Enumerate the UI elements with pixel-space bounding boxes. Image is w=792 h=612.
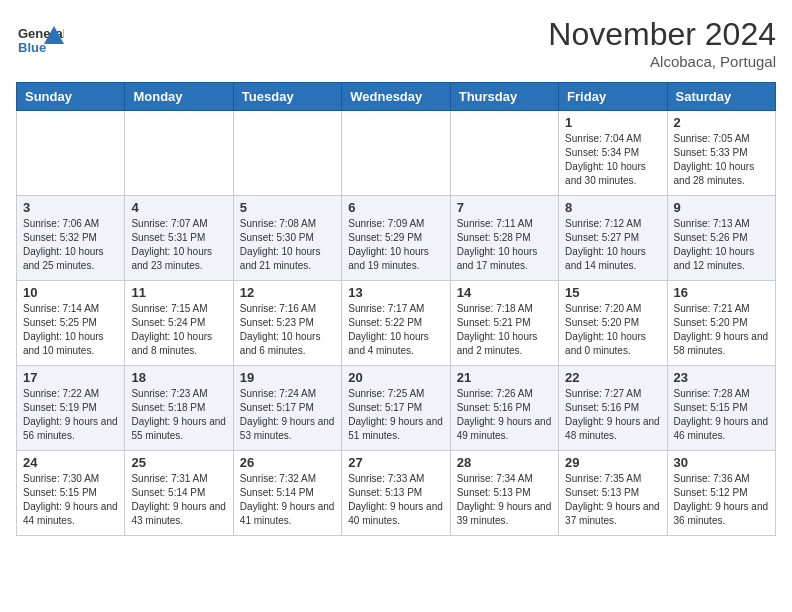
day-info: Sunrise: 7:12 AM Sunset: 5:27 PM Dayligh… <box>565 217 660 273</box>
calendar-table: SundayMondayTuesdayWednesdayThursdayFrid… <box>16 82 776 536</box>
day-info: Sunrise: 7:23 AM Sunset: 5:18 PM Dayligh… <box>131 387 226 443</box>
day-info: Sunrise: 7:08 AM Sunset: 5:30 PM Dayligh… <box>240 217 335 273</box>
calendar-cell: 13Sunrise: 7:17 AM Sunset: 5:22 PM Dayli… <box>342 281 450 366</box>
week-row-5: 24Sunrise: 7:30 AM Sunset: 5:15 PM Dayli… <box>17 451 776 536</box>
calendar-cell <box>233 111 341 196</box>
column-header-wednesday: Wednesday <box>342 83 450 111</box>
calendar-cell: 29Sunrise: 7:35 AM Sunset: 5:13 PM Dayli… <box>559 451 667 536</box>
day-number: 2 <box>674 115 769 130</box>
day-info: Sunrise: 7:16 AM Sunset: 5:23 PM Dayligh… <box>240 302 335 358</box>
day-info: Sunrise: 7:15 AM Sunset: 5:24 PM Dayligh… <box>131 302 226 358</box>
day-number: 9 <box>674 200 769 215</box>
day-info: Sunrise: 7:33 AM Sunset: 5:13 PM Dayligh… <box>348 472 443 528</box>
calendar-cell: 16Sunrise: 7:21 AM Sunset: 5:20 PM Dayli… <box>667 281 775 366</box>
day-number: 22 <box>565 370 660 385</box>
day-info: Sunrise: 7:22 AM Sunset: 5:19 PM Dayligh… <box>23 387 118 443</box>
day-number: 25 <box>131 455 226 470</box>
calendar-cell: 7Sunrise: 7:11 AM Sunset: 5:28 PM Daylig… <box>450 196 558 281</box>
day-number: 17 <box>23 370 118 385</box>
column-header-thursday: Thursday <box>450 83 558 111</box>
calendar-cell: 23Sunrise: 7:28 AM Sunset: 5:15 PM Dayli… <box>667 366 775 451</box>
calendar-cell: 5Sunrise: 7:08 AM Sunset: 5:30 PM Daylig… <box>233 196 341 281</box>
day-info: Sunrise: 7:30 AM Sunset: 5:15 PM Dayligh… <box>23 472 118 528</box>
day-number: 21 <box>457 370 552 385</box>
day-info: Sunrise: 7:18 AM Sunset: 5:21 PM Dayligh… <box>457 302 552 358</box>
day-info: Sunrise: 7:34 AM Sunset: 5:13 PM Dayligh… <box>457 472 552 528</box>
column-header-sunday: Sunday <box>17 83 125 111</box>
calendar-cell <box>17 111 125 196</box>
calendar-cell <box>450 111 558 196</box>
logo-icon: General Blue <box>16 16 64 68</box>
day-info: Sunrise: 7:28 AM Sunset: 5:15 PM Dayligh… <box>674 387 769 443</box>
calendar-cell: 14Sunrise: 7:18 AM Sunset: 5:21 PM Dayli… <box>450 281 558 366</box>
calendar-cell: 15Sunrise: 7:20 AM Sunset: 5:20 PM Dayli… <box>559 281 667 366</box>
week-row-3: 10Sunrise: 7:14 AM Sunset: 5:25 PM Dayli… <box>17 281 776 366</box>
calendar-cell: 11Sunrise: 7:15 AM Sunset: 5:24 PM Dayli… <box>125 281 233 366</box>
column-header-monday: Monday <box>125 83 233 111</box>
calendar-cell: 21Sunrise: 7:26 AM Sunset: 5:16 PM Dayli… <box>450 366 558 451</box>
calendar-cell: 19Sunrise: 7:24 AM Sunset: 5:17 PM Dayli… <box>233 366 341 451</box>
month-title: November 2024 <box>548 16 776 53</box>
day-number: 3 <box>23 200 118 215</box>
day-info: Sunrise: 7:20 AM Sunset: 5:20 PM Dayligh… <box>565 302 660 358</box>
day-number: 10 <box>23 285 118 300</box>
day-number: 27 <box>348 455 443 470</box>
calendar-cell: 10Sunrise: 7:14 AM Sunset: 5:25 PM Dayli… <box>17 281 125 366</box>
day-info: Sunrise: 7:36 AM Sunset: 5:12 PM Dayligh… <box>674 472 769 528</box>
day-info: Sunrise: 7:25 AM Sunset: 5:17 PM Dayligh… <box>348 387 443 443</box>
day-number: 15 <box>565 285 660 300</box>
day-info: Sunrise: 7:14 AM Sunset: 5:25 PM Dayligh… <box>23 302 118 358</box>
day-number: 1 <box>565 115 660 130</box>
day-number: 29 <box>565 455 660 470</box>
day-info: Sunrise: 7:26 AM Sunset: 5:16 PM Dayligh… <box>457 387 552 443</box>
calendar-cell: 22Sunrise: 7:27 AM Sunset: 5:16 PM Dayli… <box>559 366 667 451</box>
column-header-tuesday: Tuesday <box>233 83 341 111</box>
calendar-cell: 1Sunrise: 7:04 AM Sunset: 5:34 PM Daylig… <box>559 111 667 196</box>
day-number: 6 <box>348 200 443 215</box>
calendar-cell: 8Sunrise: 7:12 AM Sunset: 5:27 PM Daylig… <box>559 196 667 281</box>
calendar-cell: 12Sunrise: 7:16 AM Sunset: 5:23 PM Dayli… <box>233 281 341 366</box>
calendar-cell: 30Sunrise: 7:36 AM Sunset: 5:12 PM Dayli… <box>667 451 775 536</box>
day-number: 12 <box>240 285 335 300</box>
day-number: 23 <box>674 370 769 385</box>
week-row-1: 1Sunrise: 7:04 AM Sunset: 5:34 PM Daylig… <box>17 111 776 196</box>
calendar-header-row: SundayMondayTuesdayWednesdayThursdayFrid… <box>17 83 776 111</box>
week-row-2: 3Sunrise: 7:06 AM Sunset: 5:32 PM Daylig… <box>17 196 776 281</box>
calendar-cell: 20Sunrise: 7:25 AM Sunset: 5:17 PM Dayli… <box>342 366 450 451</box>
day-info: Sunrise: 7:07 AM Sunset: 5:31 PM Dayligh… <box>131 217 226 273</box>
day-info: Sunrise: 7:04 AM Sunset: 5:34 PM Dayligh… <box>565 132 660 188</box>
calendar-cell: 4Sunrise: 7:07 AM Sunset: 5:31 PM Daylig… <box>125 196 233 281</box>
day-info: Sunrise: 7:24 AM Sunset: 5:17 PM Dayligh… <box>240 387 335 443</box>
svg-text:Blue: Blue <box>18 40 46 55</box>
day-info: Sunrise: 7:27 AM Sunset: 5:16 PM Dayligh… <box>565 387 660 443</box>
day-number: 24 <box>23 455 118 470</box>
day-number: 13 <box>348 285 443 300</box>
day-number: 5 <box>240 200 335 215</box>
calendar-cell: 3Sunrise: 7:06 AM Sunset: 5:32 PM Daylig… <box>17 196 125 281</box>
calendar-cell: 2Sunrise: 7:05 AM Sunset: 5:33 PM Daylig… <box>667 111 775 196</box>
page-header: General Blue November 2024 Alcobaca, Por… <box>16 16 776 70</box>
calendar-cell: 24Sunrise: 7:30 AM Sunset: 5:15 PM Dayli… <box>17 451 125 536</box>
calendar-cell: 18Sunrise: 7:23 AM Sunset: 5:18 PM Dayli… <box>125 366 233 451</box>
day-number: 26 <box>240 455 335 470</box>
calendar-cell: 9Sunrise: 7:13 AM Sunset: 5:26 PM Daylig… <box>667 196 775 281</box>
calendar-cell: 25Sunrise: 7:31 AM Sunset: 5:14 PM Dayli… <box>125 451 233 536</box>
day-number: 30 <box>674 455 769 470</box>
calendar-cell: 26Sunrise: 7:32 AM Sunset: 5:14 PM Dayli… <box>233 451 341 536</box>
day-number: 7 <box>457 200 552 215</box>
week-row-4: 17Sunrise: 7:22 AM Sunset: 5:19 PM Dayli… <box>17 366 776 451</box>
day-info: Sunrise: 7:09 AM Sunset: 5:29 PM Dayligh… <box>348 217 443 273</box>
calendar-cell <box>125 111 233 196</box>
calendar-cell: 17Sunrise: 7:22 AM Sunset: 5:19 PM Dayli… <box>17 366 125 451</box>
day-info: Sunrise: 7:05 AM Sunset: 5:33 PM Dayligh… <box>674 132 769 188</box>
day-info: Sunrise: 7:31 AM Sunset: 5:14 PM Dayligh… <box>131 472 226 528</box>
day-info: Sunrise: 7:11 AM Sunset: 5:28 PM Dayligh… <box>457 217 552 273</box>
day-info: Sunrise: 7:13 AM Sunset: 5:26 PM Dayligh… <box>674 217 769 273</box>
day-number: 18 <box>131 370 226 385</box>
calendar-cell: 28Sunrise: 7:34 AM Sunset: 5:13 PM Dayli… <box>450 451 558 536</box>
title-block: November 2024 Alcobaca, Portugal <box>548 16 776 70</box>
day-number: 8 <box>565 200 660 215</box>
day-number: 4 <box>131 200 226 215</box>
day-info: Sunrise: 7:21 AM Sunset: 5:20 PM Dayligh… <box>674 302 769 358</box>
logo: General Blue <box>16 16 64 68</box>
